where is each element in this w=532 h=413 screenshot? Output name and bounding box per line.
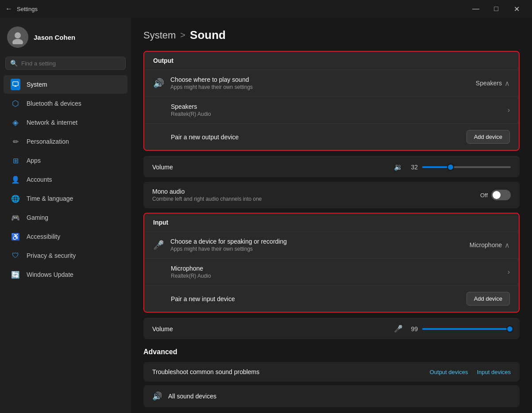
svg-rect-2 [13,82,18,86]
input-section: Input 🎤 Choose a device for speaking or … [143,213,520,313]
troubleshoot-row: Troubleshoot common sound problems Outpu… [143,362,520,382]
input-volume-row: Volume 🎤 99 [143,318,520,339]
search-input[interactable] [21,60,121,67]
mono-audio-toggle[interactable] [491,190,511,200]
minimize-button[interactable]: — [466,2,486,16]
sidebar-item-personalization[interactable]: ✏ Personalization [4,132,127,151]
output-volume-slider[interactable] [422,166,511,168]
search-box[interactable]: 🔍 [5,57,126,70]
chevron-right-icon: › [508,106,510,114]
svg-point-0 [15,32,21,38]
accounts-icon: 👤 [11,175,20,184]
maximize-button[interactable]: □ [486,2,506,16]
mic-title: Microphone [171,265,501,272]
breadcrumb-parent[interactable]: System [143,30,176,41]
sidebar-item-label: Time & language [27,195,73,202]
close-button[interactable]: ✕ [506,2,527,16]
sidebar-item-label: Bluetooth & devices [27,100,81,107]
sidebar-item-update[interactable]: 🔄 Windows Update [4,265,127,284]
input-volume-label: Volume [152,325,388,333]
troubleshoot-label: Troubleshoot common sound problems [152,368,424,375]
choose-output-title: Choose where to play sound [170,76,470,83]
user-name: Jason Cohen [34,34,75,41]
choose-input-sub: Apps might have their own settings [170,246,463,252]
pair-input-row: Pair a new input device Add device [144,285,519,312]
sidebar-item-bluetooth[interactable]: ⬡ Bluetooth & devices [4,94,127,113]
all-sound-label: All sound devices [168,393,216,400]
window-controls: — □ ✕ [466,2,527,16]
speakers-sub: Realtek(R) Audio [171,111,501,117]
svg-point-1 [12,39,23,44]
output-header: Output [144,52,519,69]
system-icon [11,80,20,89]
back-button[interactable]: ← [5,5,12,13]
input-volume-slider[interactable] [422,328,511,330]
bluetooth-icon: ⬡ [11,99,20,108]
titlebar: ← Settings — □ ✕ [0,0,532,18]
sidebar-item-label: Gaming [27,214,48,221]
input-header: Input [144,214,519,231]
time-icon: 🌐 [11,194,20,203]
breadcrumb: System > Sound [143,28,520,42]
all-sound-row[interactable]: 🔊 All sound devices [143,385,520,407]
search-icon: 🔍 [10,60,18,67]
user-profile[interactable]: Jason Cohen [0,21,131,57]
sidebar-item-accessibility[interactable]: ♿ Accessibility [4,227,127,246]
gaming-icon: 🎮 [11,213,20,222]
sidebar-item-apps[interactable]: ⊞ Apps [4,151,127,170]
all-sound-icon: 🔊 [152,391,162,401]
mono-toggle-label: Off [480,192,488,199]
advanced-title: Advanced [143,344,520,362]
output-volume-label: Volume [152,164,388,171]
accessibility-icon: ♿ [11,232,20,241]
output-current-value: Speakers [476,80,502,87]
sidebar-item-privacy[interactable]: 🛡 Privacy & security [4,246,127,265]
sidebar-item-system[interactable]: System [4,75,127,94]
mic-volume-icon: 🎤 [394,325,403,333]
sidebar-item-label: Accessibility [27,233,60,240]
choose-input-title: Choose a device for speaking or recordin… [170,238,463,245]
input-current-value: Microphone [470,241,502,249]
sidebar-item-label: Privacy & security [27,252,76,259]
add-output-device-button[interactable]: Add device [466,130,510,144]
speakers-title: Speakers [171,103,501,110]
output-devices-link[interactable]: Output devices [430,369,468,375]
sidebar-item-accounts[interactable]: 👤 Accounts [4,170,127,189]
output-volume-value: 32 [407,164,418,171]
privacy-icon: 🛡 [11,251,20,260]
update-icon: 🔄 [11,270,20,279]
output-section: Output 🔊 Choose where to play sound Apps… [143,51,520,151]
mono-audio-sub: Combine left and right audio channels in… [152,196,474,202]
personalization-icon: ✏ [11,137,20,146]
volume-icon: 🔉 [394,163,403,171]
sidebar-item-gaming[interactable]: 🎮 Gaming [4,208,127,227]
microphone-icon: 🎤 [153,240,164,250]
sidebar: Jason Cohen 🔍 System ⬡ Bluetooth & devic… [0,18,131,413]
choose-output-sub: Apps might have their own settings [170,84,470,90]
pair-output-label: Pair a new output device [171,134,460,141]
input-choose-row[interactable]: 🎤 Choose a device for speaking or record… [144,231,519,258]
advanced-section: Advanced Troubleshoot common sound probl… [143,344,520,407]
toggle-knob [493,191,501,199]
sidebar-item-label: System [27,81,47,88]
sidebar-item-label: Accounts [27,176,52,183]
chevron-up-icon: ∧ [505,79,510,88]
input-volume-value: 99 [407,325,418,333]
microphone-row[interactable]: Microphone Realtek(R) Audio › [144,258,519,285]
sidebar-item-label: Network & internet [27,119,77,126]
mono-audio-row: Mono audio Combine left and right audio … [143,182,520,208]
sidebar-item-label: Windows Update [27,271,73,278]
speakers-row[interactable]: Speakers Realtek(R) Audio › [144,96,519,123]
network-icon: ◈ [11,118,20,127]
add-input-device-button[interactable]: Add device [466,292,510,306]
apps-icon: ⊞ [11,156,20,165]
output-volume-row: Volume 🔉 32 [143,156,520,177]
sidebar-item-label: Apps [27,157,41,164]
input-devices-link[interactable]: Input devices [477,369,511,375]
content-area: System > Sound Output 🔊 Choose where to … [131,18,532,413]
sidebar-item-time[interactable]: 🌐 Time & language [4,189,127,208]
mic-sub: Realtek(R) Audio [171,273,501,279]
sidebar-item-network[interactable]: ◈ Network & internet [4,113,127,132]
output-choose-row[interactable]: 🔊 Choose where to play sound Apps might … [144,69,519,96]
pair-output-row: Pair a new output device Add device [144,123,519,150]
